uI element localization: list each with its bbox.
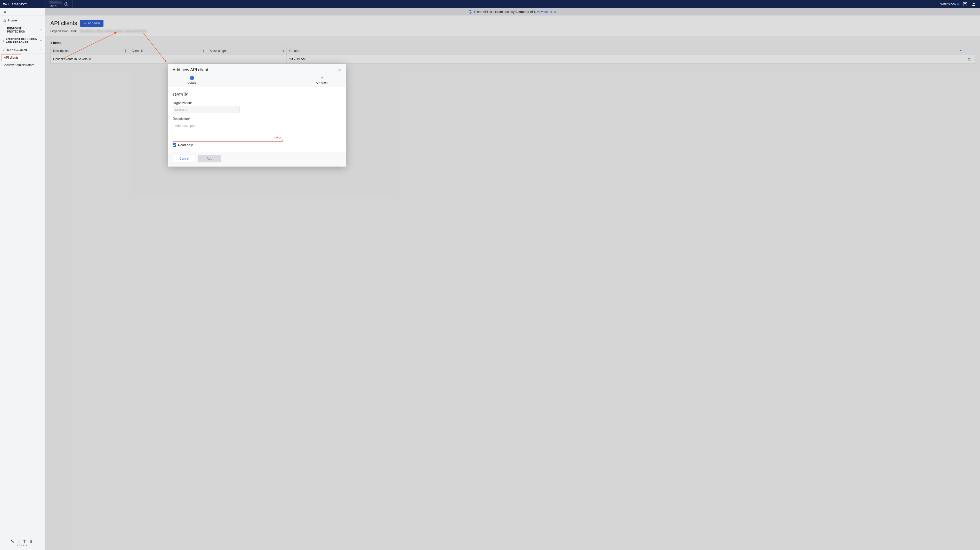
shield-icon [3, 29, 5, 32]
readonly-checkbox-row[interactable]: Read-only [173, 143, 341, 147]
svg-rect-6 [3, 40, 4, 41]
chevron-up-icon [40, 49, 42, 51]
sidebar-section-edr[interactable]: ENDPOINT DETECTION AND RESPONSE [0, 35, 45, 46]
user-menu-icon[interactable] [971, 2, 977, 7]
add-button[interactable]: Add [198, 155, 221, 163]
chevron-double-left-icon [3, 10, 7, 14]
chevron-down-icon [40, 40, 42, 42]
modal-title: Add new API client [173, 67, 208, 72]
close-icon [338, 68, 341, 72]
scope-dropdown[interactable]: Tout [49, 5, 62, 8]
sidebar-item-security-admins[interactable]: Security Administrators [0, 61, 45, 69]
sidebar-item-api-clients[interactable]: API clients [2, 54, 21, 61]
content-area: These API clients are used by Elements A… [45, 8, 980, 550]
radar-icon [3, 39, 5, 42]
sidebar-collapse-button[interactable] [0, 8, 45, 16]
org-field-label: Organization* [173, 101, 341, 105]
sidebar-section-endpoint-protection[interactable]: ENDPOINT PROTECTION [0, 25, 45, 35]
scope-info-icon[interactable] [64, 2, 69, 7]
top-bar: W/ Elements™ Sekoia.io Tout What's new ? [0, 0, 980, 8]
sidebar-item-home[interactable]: Home [0, 16, 45, 25]
close-modal-button[interactable] [338, 68, 341, 72]
whats-new-link[interactable]: What's new [940, 2, 959, 6]
chevron-down-icon [40, 29, 42, 31]
scope-name: Sekoia.io [49, 0, 62, 4]
description-textarea[interactable] [173, 122, 283, 142]
step-2: 2 API client [313, 76, 331, 84]
sidebar-section-management[interactable]: MANAGEMENT [0, 46, 45, 54]
svg-rect-2 [66, 4, 67, 5]
gear-icon [3, 48, 6, 51]
help-icon[interactable]: ? [963, 2, 967, 7]
add-api-client-modal: Add new API client 1 Details 2 API clien… [168, 64, 346, 167]
svg-point-9 [4, 49, 5, 50]
svg-point-5 [973, 3, 975, 4]
organization-input [173, 106, 240, 113]
sidebar: Home ENDPOINT PROTECTION ENDPOINT DETECT… [0, 8, 45, 550]
description-field-label: Description* [173, 117, 341, 121]
svg-text:?: ? [964, 3, 966, 6]
notification-dot-icon [957, 3, 959, 5]
home-icon [3, 19, 6, 22]
chevron-down-icon [55, 5, 57, 7]
svg-point-1 [66, 3, 67, 3]
readonly-checkbox[interactable] [173, 143, 176, 147]
stepper: 1 Details 2 API client [183, 76, 331, 87]
brand-logo: W/ Elements™ [3, 2, 27, 6]
sidebar-footer-logo: W I T H secure [0, 536, 45, 550]
step-1: 1 Details [183, 76, 201, 84]
modal-section-title: Details [173, 92, 341, 97]
cancel-button[interactable]: Cancel [173, 155, 196, 163]
svg-point-7 [3, 41, 4, 41]
